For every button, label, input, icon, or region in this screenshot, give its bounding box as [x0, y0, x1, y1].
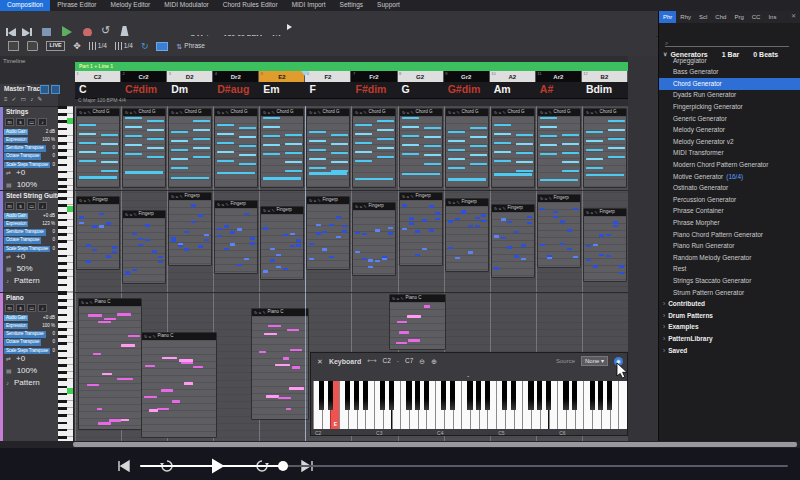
track-name[interactable]: Strings [6, 109, 28, 116]
piano-black-key[interactable] [598, 381, 603, 410]
solo-button[interactable]: s [16, 304, 25, 312]
pattern-row[interactable]: ♪Pattern [6, 379, 40, 387]
phrase-view-icon[interactable]: ▭ [27, 202, 36, 210]
param-row-octave-transpose[interactable]: Octave Transpose0 [4, 339, 55, 347]
generator-item-fingerpicking-generator[interactable]: Fingerpicking Generator [659, 101, 800, 113]
menu-item-midi-import[interactable]: MIDI Import [285, 0, 333, 11]
part-bar[interactable]: Part 1 + Line 1 [75, 62, 628, 71]
piano-black-key[interactable] [380, 381, 385, 410]
clip-chord-g[interactable]: ↻a✎Chord G [445, 108, 489, 188]
mute-button[interactable]: m [5, 118, 14, 126]
clip-chord-g[interactable]: ↻a✎Chord G [537, 108, 581, 188]
clip-fingerp[interactable]: ↻a✎Fingerp [168, 192, 212, 266]
percent-row[interactable]: ▤100% [6, 181, 37, 189]
generator-item-random-melody-generator[interactable]: Random Melody Generator [659, 252, 800, 264]
clip-fingerp[interactable]: ↻a✎Fingerp [352, 202, 396, 276]
check-icon[interactable]: ✓ [12, 96, 17, 102]
menu-item-phrase-editor[interactable]: Phrase Editor [50, 0, 103, 11]
generator-item-phrase-container[interactable]: Phrase Container [659, 206, 800, 218]
master-button-a[interactable] [40, 85, 49, 94]
generator-item-arpeggiator[interactable]: Arpeggiator [659, 55, 800, 67]
clip-fingerp[interactable]: ↻a✎Fingerp [214, 200, 258, 274]
phrase-view-icon[interactable]: ▭ [27, 118, 36, 126]
piano-black-key[interactable] [476, 381, 481, 410]
chord-label-Dm[interactable]: Dm [171, 84, 188, 95]
param-row-audio-gain[interactable]: Audio Gain2 dB [4, 128, 55, 136]
transpose-row[interactable]: ⇄+0 [6, 169, 25, 177]
solo-button[interactable]: s [16, 202, 25, 210]
mute-button[interactable]: m [5, 202, 14, 210]
piano-black-key[interactable] [563, 381, 568, 410]
generator-item-generic-generator[interactable]: Generic Generator [659, 113, 800, 125]
piano-black-key[interactable] [328, 381, 333, 410]
clip-piano-c[interactable]: ↻a✎Piano C [389, 294, 446, 350]
new-file-icon[interactable] [8, 41, 19, 51]
pan-icon[interactable]: ✥ [73, 42, 81, 51]
clip-fingerp[interactable]: ↻a✎Fingerp [306, 196, 350, 270]
piano-black-key[interactable] [389, 381, 394, 410]
chord-label-G[interactable]: G [402, 84, 410, 95]
phrase-view-icon[interactable]: ▭ [27, 304, 36, 312]
piano-black-key[interactable] [319, 381, 324, 410]
master-button-b[interactable] [51, 85, 60, 94]
clip-piano-c[interactable]: ↻a✎Piano C [251, 308, 309, 420]
piano-black-key[interactable] [502, 381, 507, 410]
measure-C2[interactable]: 1C2 [75, 71, 121, 82]
clip-chord-g[interactable]: ↻a✎Chord G [76, 108, 120, 188]
clip-chord-g[interactable]: ↻a✎Chord G [399, 108, 443, 188]
generator-item-motive-generator[interactable]: Motive Generator(16/4) [659, 171, 800, 183]
clip-fingerp[interactable]: ↻a✎Fingerp [537, 194, 581, 268]
param-row-semitone-transpose[interactable]: Semitone Transpose0 [4, 144, 55, 152]
piano-black-key[interactable] [572, 381, 577, 410]
piano-black-key[interactable] [511, 381, 516, 410]
clip-fingerp[interactable]: ↻a✎Fingerp [122, 210, 166, 284]
transpose-row[interactable]: ⇄+0 [6, 253, 25, 261]
chord-label-Fsdim[interactable]: F#dim [355, 84, 386, 95]
measure-Ar2[interactable]: 11Ar2 [536, 71, 582, 82]
mute-button[interactable]: m [5, 304, 14, 312]
param-row-expression[interactable]: Expression123 % [4, 220, 55, 228]
param-row-audio-gain[interactable]: Audio Gain+0 dB [4, 314, 55, 322]
chord-label-Dsaug[interactable]: D#aug [217, 84, 249, 95]
menu-item-settings[interactable]: Settings [333, 0, 371, 11]
measure-F2[interactable]: 6F2 [305, 71, 351, 82]
search-field[interactable]: ⌕ [665, 37, 789, 47]
clip-fingerp[interactable]: ↻a✎Fingerp [260, 206, 304, 280]
piano-keyboard[interactable]: E [313, 381, 627, 429]
clip-chord-g[interactable]: ↻a✎Chord G [491, 108, 535, 188]
pattern-row[interactable]: ♪Pattern [6, 277, 40, 285]
percent-row[interactable]: ▤50% [6, 265, 33, 273]
piano-black-key[interactable] [441, 381, 446, 410]
piano-black-key[interactable] [546, 381, 551, 410]
menu-item-midi-modulator[interactable]: MIDI Modulator [157, 0, 215, 11]
clip-chord-g[interactable]: ↻a✎Chord G [306, 108, 350, 188]
piano-black-key[interactable] [354, 381, 359, 410]
measure-Fr2[interactable]: 7Fr2 [351, 71, 397, 82]
snap-setting[interactable]: 1/4 [89, 42, 107, 50]
generator-item-ostinato-generator[interactable]: Ostinato Generator [659, 183, 800, 195]
grid-setting[interactable]: 1/4 [115, 42, 133, 50]
piano-black-key[interactable] [424, 381, 429, 410]
param-row-audio-gain[interactable]: Audio Gain+0 dB [4, 212, 55, 220]
master-track-title[interactable]: Master Track [4, 86, 44, 93]
browser-section-drum-patterns[interactable]: ›Drum Patterns [659, 310, 800, 322]
clip-fingerp[interactable]: ↻a✎Fingerp [399, 192, 443, 266]
measure-Cr2[interactable]: 2Cr2 [121, 71, 167, 82]
generator-item-melody-generator[interactable]: Melody Generator [659, 125, 800, 137]
open-file-icon[interactable] [27, 41, 38, 51]
panel-close-icon[interactable]: ✕ [791, 13, 796, 19]
measure-G2[interactable]: 8G2 [398, 71, 444, 82]
chord-label-Csdim[interactable]: C#dim [125, 84, 157, 95]
menu-item-composition[interactable]: Composition [0, 0, 50, 11]
track-name[interactable]: Piano [6, 295, 24, 302]
generator-item-modern-chord-pattern-generator[interactable]: Modern Chord Pattern Generator [659, 159, 800, 171]
zoom-out-icon[interactable]: ⊖ [419, 358, 425, 365]
generator-item-piano-run-generator[interactable]: Piano Run Generator [659, 241, 800, 253]
piano-black-key[interactable] [590, 381, 595, 410]
clip-chord-g[interactable]: ↻a✎Chord G [583, 108, 627, 188]
measure-E2[interactable]: 5E2 [259, 71, 305, 82]
measure-B2[interactable]: 12B2 [582, 71, 628, 82]
instrument-icon[interactable]: ♪ [38, 304, 47, 312]
h-scrollbar-thumb[interactable] [73, 442, 797, 447]
generator-item-melody-generator-v2[interactable]: Melody Generator v2 [659, 136, 800, 148]
